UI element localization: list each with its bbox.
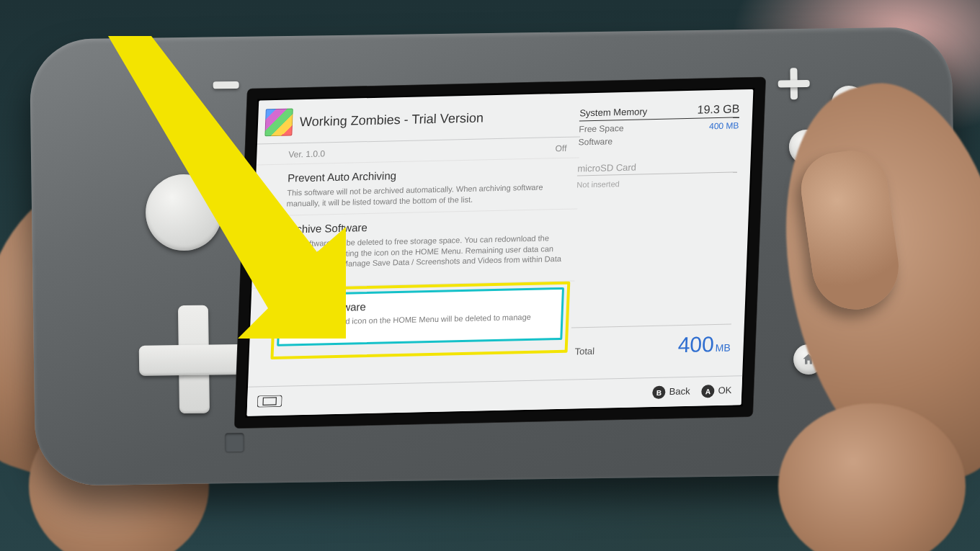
plus-button[interactable] xyxy=(778,68,810,100)
section-desc: This software will not be archived autom… xyxy=(286,182,565,209)
software-value xyxy=(739,133,739,143)
delete-software-highlight: Delete Software The software and icon on… xyxy=(277,287,564,346)
capture-button[interactable] xyxy=(225,433,244,452)
b-back-hint: BBack xyxy=(652,385,690,399)
total-unit: MB xyxy=(715,342,731,354)
software-label: Software xyxy=(578,136,612,147)
storage-panel: System Memory 19.3 GB Free Space 400 MB … xyxy=(569,89,753,380)
free-space-value: 400 MB xyxy=(709,120,739,131)
system-memory-label: System Memory xyxy=(579,106,648,118)
software-row: Software xyxy=(578,133,739,147)
free-space-label: Free Space xyxy=(579,123,624,134)
section-desc: The software and icon on the HOME Menu w… xyxy=(288,311,553,339)
section-desc: The software will be deleted to free sto… xyxy=(284,233,564,282)
dpad[interactable] xyxy=(138,305,248,414)
footer-buttons: BBack AOK xyxy=(652,385,731,400)
prevent-auto-archiving-item[interactable]: Prevent Auto Archiving This software wil… xyxy=(254,158,579,216)
system-memory-total: 19.3 GB xyxy=(697,102,739,116)
lcd-bezel: Working Zombies - Trial Version Ver. 1.0… xyxy=(235,78,765,429)
b-glyph-icon: B xyxy=(652,386,666,399)
total-value: 400 xyxy=(677,332,714,357)
microsd-header: microSD Card xyxy=(577,159,738,176)
game-icon xyxy=(264,108,293,136)
system-memory-header: System Memory 19.3 GB xyxy=(579,102,740,121)
total-label: Total xyxy=(570,346,594,357)
section-title: Archive Software xyxy=(285,217,564,236)
total-row: Total 400MB xyxy=(570,324,731,360)
svg-rect-0 xyxy=(257,395,282,408)
minus-button[interactable] xyxy=(213,81,239,89)
software-title: Working Zombies - Trial Version xyxy=(300,110,484,130)
a-glyph-icon: A xyxy=(701,385,715,398)
archive-software-item[interactable]: Archive Software The software will be de… xyxy=(251,209,577,289)
left-analog-stick[interactable] xyxy=(145,174,222,251)
free-space-row: Free Space 400 MB xyxy=(579,120,739,134)
console-indicator-icon xyxy=(257,395,282,408)
section-title: Prevent Auto Archiving xyxy=(288,166,566,184)
svg-rect-1 xyxy=(263,398,276,405)
switch-ui-screen: Working Zombies - Trial Version Ver. 1.0… xyxy=(246,89,753,416)
version-label: Ver. 1.0.0 xyxy=(288,148,325,159)
play-activity-status: Off xyxy=(555,143,566,153)
microsd-status: Not inserted xyxy=(576,176,737,189)
delete-software-item[interactable]: Delete Software The software and icon on… xyxy=(277,287,564,346)
software-detail-panel: Working Zombies - Trial Version Ver. 1.0… xyxy=(248,93,582,387)
a-ok-hint: AOK xyxy=(701,385,731,398)
